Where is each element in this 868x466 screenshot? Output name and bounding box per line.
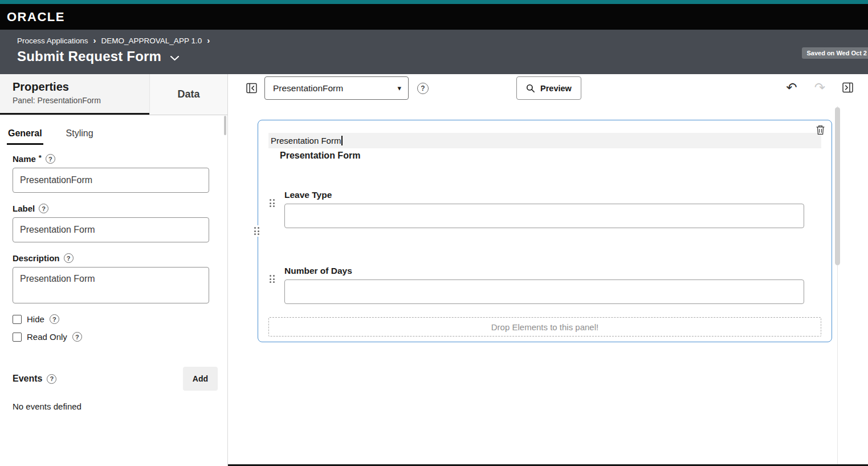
tab-data[interactable]: Data <box>149 74 227 115</box>
toolbar-right-icons: ↶ ↷ <box>786 81 853 94</box>
checkbox-section: Hide ? Read Only ? <box>13 314 227 342</box>
panel-dropzone[interactable]: Drop Elements to this panel! <box>268 317 821 337</box>
tab-properties-sublabel: Panel: PresentationForm <box>13 96 149 105</box>
subtab-styling[interactable]: Styling <box>65 128 95 145</box>
chevron-down-icon: ▾ <box>397 84 401 92</box>
presentation-form-panel[interactable]: Presentation Form Presentation Form Leav… <box>258 120 832 342</box>
drag-handle-icon[interactable] <box>270 275 275 304</box>
canvas-scrollbar-thumb[interactable] <box>835 107 840 265</box>
label-input[interactable] <box>13 217 209 242</box>
expand-right-panel-icon[interactable] <box>842 82 853 93</box>
name-label: Name <box>13 154 36 164</box>
name-label-row: Name * ? <box>13 154 227 164</box>
hide-label: Hide <box>27 314 44 324</box>
chevron-right-icon: › <box>207 35 210 45</box>
hide-checkbox[interactable] <box>13 315 22 324</box>
subtab-general[interactable]: General <box>7 128 43 145</box>
tab-properties[interactable]: Properties Panel: PresentationForm <box>0 74 149 115</box>
tab-properties-label: Properties <box>13 80 149 94</box>
leave-type-input[interactable] <box>284 204 804 228</box>
content-area: Properties Panel: PresentationForm Data … <box>0 74 868 466</box>
leave-type-field: Leave Type <box>284 190 804 228</box>
text-cursor <box>341 136 343 145</box>
number-of-days-field: Number of Days <box>284 266 804 304</box>
required-marker: * <box>39 153 42 162</box>
title-menu-chevron-icon[interactable] <box>170 56 179 61</box>
help-icon[interactable]: ? <box>39 204 48 213</box>
label-field-group: Label ? <box>13 204 227 242</box>
label-label-row: Label ? <box>13 204 227 213</box>
oracle-logo: ORACLE <box>7 10 65 25</box>
label-label: Label <box>13 204 35 213</box>
delete-panel-trash-icon[interactable] <box>816 125 825 135</box>
help-icon[interactable]: ? <box>50 314 59 324</box>
sidebar-tabs: Properties Panel: PresentationForm Data <box>0 74 227 115</box>
no-events-text: No events defined <box>13 402 227 411</box>
leave-type-label: Leave Type <box>284 190 804 200</box>
properties-sidebar: Properties Panel: PresentationForm Data … <box>0 74 228 466</box>
saved-status-badge: Saved on Wed Oct 2 <box>802 47 868 59</box>
help-icon[interactable]: ? <box>47 374 56 384</box>
name-input[interactable] <box>13 168 209 193</box>
properties-subtabs: General Styling <box>0 115 227 145</box>
hide-row: Hide ? <box>13 314 227 324</box>
breadcrumb: Process Applications › DEMO_APPROVAL_APP… <box>17 36 868 46</box>
help-icon[interactable]: ? <box>46 154 55 164</box>
sidebar-scrollbar[interactable] <box>224 116 226 135</box>
events-title: Events <box>13 374 42 384</box>
preview-label: Preview <box>540 84 572 93</box>
preview-button[interactable]: Preview <box>516 76 581 100</box>
form-selector-value: PresentationForm <box>273 83 343 94</box>
panel-drag-handle-icon[interactable] <box>253 225 260 237</box>
number-of-days-label: Number of Days <box>284 266 804 276</box>
breadcrumb-process-applications[interactable]: Process Applications <box>17 37 88 45</box>
description-label: Description <box>13 253 60 263</box>
chevron-right-icon: › <box>93 35 96 45</box>
help-icon[interactable]: ? <box>417 83 429 94</box>
drag-handle-icon[interactable] <box>270 199 275 228</box>
form-designer-main: PresentationForm ▾ ? Preview ↶ ↷ <box>228 74 868 466</box>
brand-accent-bar <box>0 0 868 4</box>
add-event-button[interactable]: Add <box>183 367 218 391</box>
description-input[interactable]: Presentation Form <box>13 267 209 303</box>
redo-icon[interactable]: ↷ <box>814 81 825 94</box>
undo-icon[interactable]: ↶ <box>786 81 797 94</box>
form-selector-dropdown[interactable]: PresentationForm ▾ <box>264 76 409 100</box>
panel-name-edit-field[interactable]: Presentation Form <box>268 133 821 148</box>
number-of-days-row: Number of Days <box>268 266 821 304</box>
collapse-left-panel-icon[interactable] <box>246 83 257 94</box>
search-icon <box>526 84 535 93</box>
properties-form: Name * ? Label ? Description ? Presenta <box>0 145 227 411</box>
read-only-row: Read Only ? <box>13 332 227 342</box>
description-field-group: Description ? Presentation Form <box>13 253 227 303</box>
page-title: Submit Request Form <box>17 48 161 64</box>
leave-type-row: Leave Type <box>268 190 821 228</box>
panel-title: Presentation Form <box>280 151 821 161</box>
description-label-row: Description ? <box>13 253 227 263</box>
page-header: Process Applications › DEMO_APPROVAL_APP… <box>0 30 868 74</box>
help-icon[interactable]: ? <box>72 332 82 342</box>
breadcrumb-app-version[interactable]: DEMO_APPROVAL_APP 1.0 <box>101 37 202 45</box>
help-icon[interactable]: ? <box>64 253 74 263</box>
designer-toolbar: PresentationForm ▾ ? Preview ↶ ↷ <box>228 74 868 105</box>
masthead: ORACLE <box>0 4 868 30</box>
events-title-row: Events ? <box>13 374 56 384</box>
number-of-days-input[interactable] <box>284 279 804 304</box>
name-field-group: Name * ? <box>13 154 227 193</box>
read-only-label: Read Only <box>27 332 67 342</box>
read-only-checkbox[interactable] <box>13 333 22 342</box>
panel-name-edit-value: Presentation Form <box>271 136 341 145</box>
events-section: Events ? Add <box>13 367 218 391</box>
